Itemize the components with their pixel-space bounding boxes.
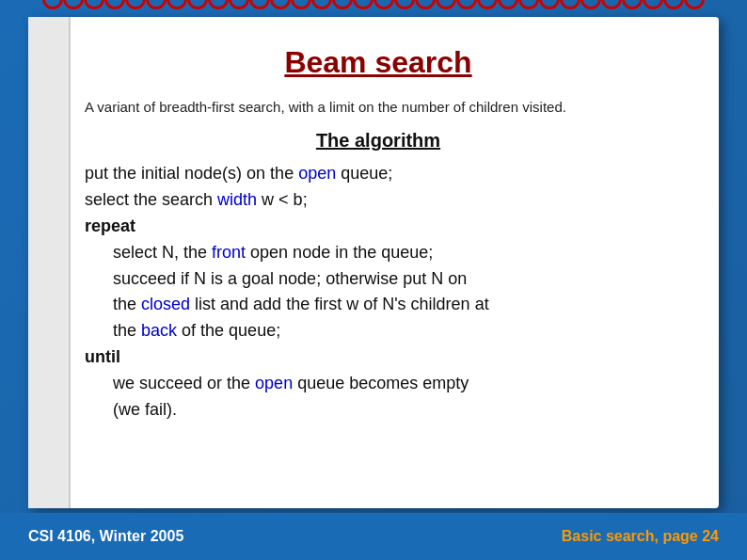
spiral-loop (229, 0, 249, 9)
until-keyword: until (85, 347, 120, 366)
spiral-loop (125, 0, 146, 9)
spiral-loop (167, 0, 187, 9)
spiral-loop (622, 0, 643, 9)
spiral-loop (270, 0, 291, 9)
spiral-loop (104, 0, 125, 9)
spiral-loop (415, 0, 436, 9)
spiral-loop (539, 0, 560, 9)
spiral-loop (684, 0, 705, 9)
slide-container: Beam search A variant of breadth-first s… (28, 17, 719, 508)
subtitle: A variant of breadth-first search, with … (85, 97, 672, 117)
spiral-loop (374, 0, 394, 9)
spiral-loop (436, 0, 456, 9)
algo-line-7: the back of the queue; (85, 318, 672, 344)
width-keyword: width (217, 190, 257, 209)
open-keyword: open (298, 164, 336, 183)
algo-line-10: (we fail). (85, 397, 672, 424)
closed-keyword: closed (141, 295, 190, 313)
back-keyword: back (141, 321, 177, 340)
algo-line-4: select N, the front open node in the que… (85, 240, 672, 266)
algorithm-title: The algorithm (85, 130, 672, 152)
spiral-loop (394, 0, 415, 9)
algo-line-3: repeat (85, 214, 672, 240)
spiral-loop (208, 0, 229, 9)
spiral-loop (456, 0, 477, 9)
footer-left-text: CSI 4106, Winter 2005 (28, 528, 183, 545)
repeat-keyword: repeat (85, 216, 135, 235)
spiral-loop (249, 0, 270, 9)
open-keyword-2: open (255, 374, 293, 392)
spiral-loop (63, 0, 84, 9)
spiral-loop (580, 0, 601, 9)
algo-line-1: put the initial node(s) on the open queu… (85, 161, 672, 187)
spiral-loop (42, 0, 63, 9)
spiral-loop (601, 0, 622, 9)
spiral-loop (84, 0, 104, 9)
spiral-loop (518, 0, 539, 9)
front-keyword: front (212, 243, 246, 262)
spiral-loop (643, 0, 663, 9)
footer: CSI 4106, Winter 2005 Basic search, page… (0, 513, 747, 560)
spiral-loop (146, 0, 167, 9)
spiral-binding (0, 0, 747, 11)
spiral-loop (291, 0, 311, 9)
spiral-loop (498, 0, 518, 9)
spiral-loop (332, 0, 353, 9)
algo-line-8: until (85, 344, 672, 371)
slide-title: Beam search (85, 45, 672, 80)
algo-line-2: select the search width w < b; (85, 187, 672, 214)
algo-line-5: succeed if N is a goal node; otherwise p… (85, 266, 672, 293)
slide-content: Beam search A variant of breadth-first s… (28, 17, 719, 442)
spiral-loop (187, 0, 208, 9)
spiral-loop (560, 0, 580, 9)
spiral-loop (353, 0, 374, 9)
algorithm-body: put the initial node(s) on the open queu… (85, 161, 672, 424)
algo-line-6: the closed list and add the first w of N… (85, 292, 672, 318)
footer-right-text: Basic search, page 24 (562, 528, 719, 545)
algo-line-9: we succeed or the open queue becomes emp… (85, 371, 672, 397)
spiral-loop (311, 0, 332, 9)
spiral-loop (477, 0, 498, 9)
spiral-loop (663, 0, 684, 9)
